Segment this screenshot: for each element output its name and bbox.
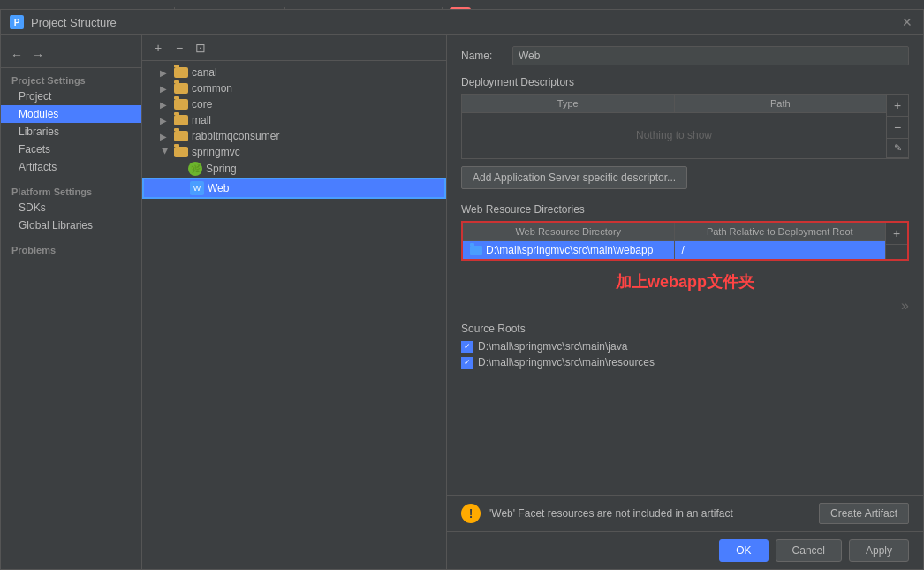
project-settings-section: Project Settings <box>1 72 141 87</box>
tree-content: ▶ canal ▶ common ▶ core ▶ <box>142 61 446 569</box>
wrd-table: Web Resource Directory Path Relative to … <box>461 221 909 261</box>
dd-remove-btn[interactable]: − <box>887 117 908 139</box>
tree-label: mall <box>192 114 211 126</box>
webapp-annotation-label: 加上webapp文件夹 <box>616 273 754 291</box>
source-root-java-path: D:\mall\springmvc\src\main\java <box>478 340 627 353</box>
tree-arrow: ▶ <box>160 132 170 141</box>
folder-icon <box>174 115 188 125</box>
add-descriptor-button[interactable]: Add Application Server specific descript… <box>461 166 687 189</box>
project-structure-dialog: P Project Structure ✕ ← → Project Settin… <box>0 9 924 570</box>
sidebar-item-artifacts[interactable]: Artifacts <box>1 158 141 176</box>
sidebar-item-facets[interactable]: Facets <box>1 141 141 158</box>
folder-icon <box>174 147 188 157</box>
copy-module-btn[interactable]: ⊡ <box>192 39 209 57</box>
folder-icon <box>174 99 188 110</box>
create-artifact-button[interactable]: Create Artifact <box>819 503 909 524</box>
sidebar-item-global-libraries[interactable]: Global Libraries <box>1 217 141 234</box>
tree-item-canal[interactable]: ▶ canal <box>142 65 446 80</box>
tree-label: canal <box>192 66 217 79</box>
nav-back-btn[interactable]: ← <box>8 46 26 64</box>
tree-arrow-open: ▶ <box>161 147 170 157</box>
dialog-footer: OK Cancel Apply <box>447 531 923 569</box>
folder-icon <box>174 131 188 141</box>
dd-empty-label: Nothing to show <box>636 129 712 141</box>
dd-add-btn[interactable]: + <box>887 95 908 117</box>
dialog-body: ← → Project Settings Project Modules Lib… <box>1 35 923 569</box>
source-root-resources: ✓ D:\mall\springmvc\src\main\resources <box>461 356 909 369</box>
tree-label: rabbitmqconsumer <box>192 130 279 142</box>
dd-table-main: Type Path Nothing to show <box>462 95 886 158</box>
wrd-path-value: D:\mall\springmvc\src\main\webapp <box>486 244 653 256</box>
tree-label: Spring <box>206 163 237 175</box>
name-row: Name: <box>461 46 909 65</box>
tree-item-mall[interactable]: ▶ mall <box>142 112 446 128</box>
name-label: Name: <box>461 49 505 62</box>
tree-label: common <box>192 82 232 95</box>
tree-item-rabbitmq[interactable]: ▶ rabbitmqconsumer <box>142 128 446 144</box>
folder-small-icon <box>470 246 482 255</box>
wrd-col2: Path Relative to Deployment Root <box>675 223 886 240</box>
wrd-col1: Web Resource Directory <box>463 223 675 240</box>
warning-icon: ! <box>461 504 481 523</box>
ok-button[interactable]: OK <box>719 539 768 562</box>
left-sidebar: ← → Project Settings Project Modules Lib… <box>1 35 142 569</box>
source-roots-header: Source Roots <box>461 323 909 335</box>
tree-item-core[interactable]: ▶ core <box>142 96 446 112</box>
dd-col2: Path <box>675 95 887 112</box>
spring-icon: 🌿 <box>188 162 202 176</box>
tree-item-common[interactable]: ▶ common <box>142 80 446 96</box>
close-button[interactable]: ✕ <box>900 15 914 29</box>
wrd-add-btn[interactable]: + <box>886 223 907 245</box>
web-icon: W <box>190 181 204 195</box>
apply-button[interactable]: Apply <box>849 539 909 562</box>
remove-module-btn[interactable]: − <box>170 39 188 57</box>
tree-label: springmvc <box>192 146 240 158</box>
tree-item-web[interactable]: W Web <box>142 178 446 199</box>
tree-item-springmvc[interactable]: ▶ springmvc <box>142 144 446 160</box>
tree-arrow: ▶ <box>160 84 170 94</box>
source-root-java-checkbox[interactable]: ✓ <box>461 341 473 353</box>
add-module-btn[interactable]: + <box>149 39 167 57</box>
source-root-java: ✓ D:\mall\springmvc\src\main\java <box>461 340 909 353</box>
wrd-container: Web Resource Directory Path Relative to … <box>461 221 909 268</box>
sidebar-item-modules[interactable]: Modules <box>1 105 141 123</box>
sidebar-item-project[interactable]: Project <box>1 87 141 105</box>
tree-arrow: ▶ <box>160 116 170 125</box>
dd-table-header: Type Path <box>462 95 886 113</box>
sidebar-item-libraries[interactable]: Libraries <box>1 123 141 141</box>
wrd-section-header: Web Resource Directories <box>461 203 909 216</box>
right-content: Name: Deployment Descriptors Type Path N… <box>447 35 923 495</box>
dd-table-body: Nothing to show <box>462 113 886 157</box>
sidebar-item-sdks[interactable]: SDKs <box>1 199 141 217</box>
source-roots-section: Source Roots ✓ D:\mall\springmvc\src\mai… <box>461 323 909 369</box>
dd-table: Type Path Nothing to show + − ✎ <box>461 94 909 159</box>
warning-bar: ! 'Web' Facet resources are not included… <box>447 495 923 531</box>
dd-side-buttons: + − ✎ <box>886 95 908 158</box>
wrd-path-cell: D:\mall\springmvc\src\main\webapp <box>463 241 675 259</box>
tree-item-spring[interactable]: 🌿 Spring <box>142 160 446 178</box>
wrd-table-row[interactable]: D:\mall\springmvc\src\main\webapp / <box>463 241 885 259</box>
nav-forward-btn[interactable]: → <box>29 46 47 64</box>
webapp-annotation-container: 加上webapp文件夹 <box>461 268 909 296</box>
cancel-button[interactable]: Cancel <box>776 539 842 562</box>
tree-arrow: ▶ <box>160 68 170 78</box>
tree-toolbar: + − ⊡ <box>142 35 446 61</box>
folder-icon <box>174 67 188 78</box>
problems-section: Problems <box>1 241 141 257</box>
source-root-resources-checkbox[interactable]: ✓ <box>461 357 473 369</box>
wrd-table-header: Web Resource Directory Path Relative to … <box>463 223 885 241</box>
warning-text: 'Web' Facet resources are not included i… <box>489 507 810 520</box>
dialog-icon: P <box>10 15 24 29</box>
name-input[interactable] <box>512 46 909 65</box>
wrd-table-main: Web Resource Directory Path Relative to … <box>463 223 885 259</box>
scroll-indicator: » <box>461 296 909 315</box>
folder-icon <box>174 83 188 94</box>
dd-col1: Type <box>462 95 675 112</box>
module-tree-panel: + − ⊡ ▶ canal ▶ common ▶ <box>142 35 447 569</box>
wrd-side-buttons: + <box>885 223 907 259</box>
dialog-title: Project Structure <box>31 16 893 29</box>
tree-label: core <box>192 98 212 110</box>
platform-settings-section: Platform Settings <box>1 183 141 199</box>
dd-edit-btn[interactable]: ✎ <box>887 139 908 158</box>
right-panel: Name: Deployment Descriptors Type Path N… <box>447 35 923 569</box>
